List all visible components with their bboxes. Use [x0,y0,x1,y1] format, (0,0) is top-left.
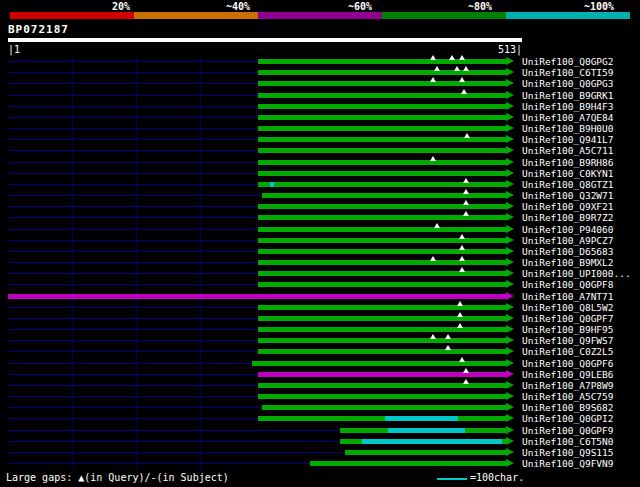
legend-scale-line [437,478,467,480]
alignment-bar-segment [258,305,506,310]
alignment-bar-segment [385,416,458,421]
alignment-row-label[interactable]: UniRef100_B9H4F3 [522,101,614,112]
alignment-row[interactable]: UniRef100_P94060 [0,224,640,235]
alignment-row[interactable]: UniRef100_C6TI59 [0,67,640,78]
alignment-row-label[interactable]: UniRef100_B9GRK1 [522,90,614,101]
alignment-row-label[interactable]: UniRef100_Q9S115 [522,447,614,458]
alignment-bar-segment [340,428,388,433]
alignment-row[interactable]: UniRef100_A7NT71 [0,291,640,302]
alignment-row[interactable]: UniRef100_A7P8W9 [0,380,640,391]
alignment-row[interactable]: UniRef100_Q8L5W2 [0,302,640,313]
alignment-row-label[interactable]: UniRef100_B9R7Z2 [522,212,614,223]
alignment-row-label[interactable]: UniRef100_Q8L5W2 [522,302,614,313]
alignment-row[interactable]: UniRef100_B9GRK1 [0,90,640,101]
lead-line [8,463,310,464]
alignment-row-label[interactable]: UniRef100_Q0GPF9 [522,425,614,436]
alignment-bar-segment [258,171,506,176]
lead-line [8,273,258,274]
alignment-row[interactable]: UniRef100_A5C759 [0,391,640,402]
alignment-row-label[interactable]: UniRef100_UPI000... [522,268,631,279]
alignment-row[interactable]: UniRef100_B9S682 [0,402,640,413]
alignment-row-label[interactable]: UniRef100_B9MXL2 [522,257,614,268]
alignment-bar-segment [258,282,506,287]
alignment-bar-segment [258,271,506,276]
alignment-row[interactable]: UniRef100_Q9XF21 [0,201,640,212]
alignment-row[interactable]: UniRef100_Q9FVN9 [0,458,640,469]
alignment-row[interactable]: UniRef100_Q0GPF7 [0,313,640,324]
alignment-row-label[interactable]: UniRef100_B9RH86 [522,157,614,168]
alignment-row[interactable]: UniRef100_A7QE84 [0,112,640,123]
lead-line [8,150,258,151]
alignment-row[interactable]: UniRef100_UPI000... [0,268,640,279]
alignment-row[interactable]: UniRef100_Q0GPF9 [0,425,640,436]
alignment-row[interactable]: UniRef100_Q0GPG2 [0,56,640,67]
alignment-row-label[interactable]: UniRef100_A7P8W9 [522,380,614,391]
alignment-row-label[interactable]: UniRef100_Q8GTZ1 [522,179,614,190]
alignment-row-label[interactable]: UniRef100_A5C711 [522,145,614,156]
gap-triangle-icon [430,55,436,60]
query-name: BP072187 [8,23,69,36]
alignment-row-label[interactable]: UniRef100_Q0GPI2 [522,413,614,424]
gap-triangle-icon [430,334,436,339]
alignment-row[interactable]: UniRef100_B9HF95 [0,324,640,335]
alignment-row-label[interactable]: UniRef100_Q32W71 [522,190,614,201]
alignment-row[interactable]: UniRef100_C0KYN1 [0,168,640,179]
gap-triangle-icon [459,77,465,82]
alignment-row[interactable]: UniRef100_B9R7Z2 [0,212,640,223]
alignment-row-label[interactable]: UniRef100_B9H0U0 [522,123,614,134]
alignment-row-label[interactable]: UniRef100_A9PCZ7 [522,235,614,246]
alignment-row-label[interactable]: UniRef100_B9S682 [522,402,614,413]
alignment-row-label[interactable]: UniRef100_Q0GPG3 [522,78,614,89]
bar-arrow-icon [506,303,514,311]
lead-line [8,396,258,397]
alignment-row[interactable]: UniRef100_Q0GPF8 [0,279,640,290]
alignment-row-label[interactable]: UniRef100_A5C759 [522,391,614,402]
alignment-row-label[interactable]: UniRef100_A7NT71 [522,291,614,302]
alignment-row[interactable]: UniRef100_B9RH86 [0,157,640,168]
alignment-row-label[interactable]: UniRef100_C0KYN1 [522,168,614,179]
bar-arrow-icon [506,225,514,233]
alignment-row[interactable]: UniRef100_D65683 [0,246,640,257]
alignment-row-label[interactable]: UniRef100_Q0GPF7 [522,313,614,324]
alignment-row[interactable]: UniRef100_Q9FWS7 [0,335,640,346]
bar-arrow-icon [506,146,514,154]
alignment-row-label[interactable]: UniRef100_B9HF95 [522,324,614,335]
alignment-row[interactable]: UniRef100_A9PCZ7 [0,235,640,246]
alignment-row[interactable]: UniRef100_B9H4F3 [0,101,640,112]
alignment-row-label[interactable]: UniRef100_Q0GPG2 [522,56,614,67]
alignment-row[interactable]: UniRef100_Q9S115 [0,447,640,458]
alignment-row-label[interactable]: UniRef100_Q941L7 [522,134,614,145]
alignment-row[interactable]: UniRef100_Q941L7 [0,134,640,145]
alignment-row-label[interactable]: UniRef100_C6TI59 [522,67,614,78]
identity-scale-bar [0,12,640,19]
alignment-row-label[interactable]: UniRef100_D65683 [522,246,614,257]
bar-arrow-icon [506,414,514,422]
bar-arrow-icon [506,336,514,344]
alignment-row-label[interactable]: UniRef100_Q9FWS7 [522,335,614,346]
alignment-row[interactable]: UniRef100_Q32W71 [0,190,640,201]
bar-arrow-icon [506,448,514,456]
lead-line [8,452,345,453]
alignment-row-label[interactable]: UniRef100_C6T5N0 [522,436,614,447]
alignment-row-label[interactable]: UniRef100_Q9FVN9 [522,458,614,469]
alignment-row[interactable]: UniRef100_Q9LEB6 [0,369,640,380]
alignment-row-label[interactable]: UniRef100_Q0GPF6 [522,358,614,369]
alignment-row[interactable]: UniRef100_B9H0U0 [0,123,640,134]
bar-arrow-icon [506,258,514,266]
alignment-row[interactable]: UniRef100_Q0GPF6 [0,358,640,369]
alignment-row[interactable]: UniRef100_B9MXL2 [0,257,640,268]
alignment-row[interactable]: UniRef100_Q0GPG3 [0,78,640,89]
alignment-bar-segment [258,238,506,243]
alignment-row-label[interactable]: UniRef100_Q9LEB6 [522,369,614,380]
alignment-row-label[interactable]: UniRef100_Q9XF21 [522,201,614,212]
bar-arrow-icon [506,79,514,87]
alignment-row-label[interactable]: UniRef100_Q0GPF8 [522,279,614,290]
alignment-row[interactable]: UniRef100_A5C711 [0,145,640,156]
alignment-row[interactable]: UniRef100_C0Z2L5 [0,346,640,357]
alignment-row[interactable]: UniRef100_C6T5N0 [0,436,640,447]
alignment-row-label[interactable]: UniRef100_A7QE84 [522,112,614,123]
alignment-row[interactable]: UniRef100_Q8GTZ1 [0,179,640,190]
alignment-row-label[interactable]: UniRef100_C0Z2L5 [522,346,614,357]
alignment-row-label[interactable]: UniRef100_P94060 [522,224,614,235]
alignment-row[interactable]: UniRef100_Q0GPI2 [0,413,640,424]
